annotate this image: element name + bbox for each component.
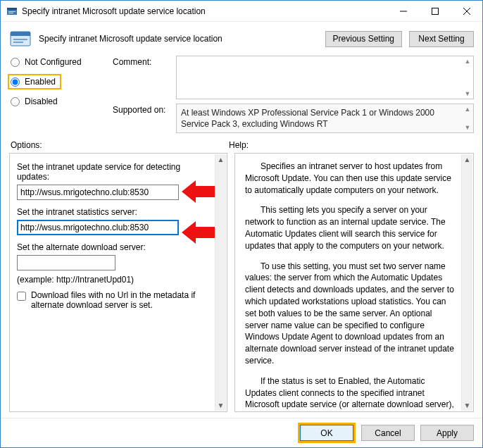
window-title: Specify intranet Microsoft update servic… [22, 6, 387, 16]
alt-server-label: Set the alternate download server: [17, 242, 211, 252]
previous-setting-button[interactable]: Previous Setting [325, 31, 402, 47]
supported-box: At least Windows XP Professional Service… [176, 104, 474, 133]
supported-label: Supported on: [113, 104, 169, 115]
header: Specify intranet Microsoft update servic… [1, 22, 482, 56]
options-scrollbar[interactable]: ▲▼ [215, 154, 226, 411]
radio-not-configured[interactable]: Not Configured [11, 57, 92, 67]
apply-button[interactable]: Apply [420, 425, 474, 441]
titlebar: Specify intranet Microsoft update servic… [1, 1, 482, 22]
download-no-url-checkbox-input[interactable] [17, 292, 26, 301]
stats-server-label: Set the intranet statistics server: [17, 207, 211, 217]
next-setting-button[interactable]: Next Setting [409, 31, 474, 47]
svg-rect-7 [13, 39, 27, 40]
enabled-highlight: Enabled [8, 74, 61, 89]
radio-not-configured-label: Not Configured [25, 57, 82, 67]
comment-input[interactable]: ▲▼ [176, 56, 474, 99]
radio-not-configured-input[interactable] [11, 58, 20, 67]
help-p1: Specifies an intranet server to host upd… [245, 161, 456, 196]
options-panel: Set the intranet update service for dete… [9, 153, 227, 412]
footer: OK Cancel Apply [1, 418, 482, 447]
help-p2: This setting lets you specify a server o… [245, 204, 456, 251]
maximize-button[interactable] [419, 1, 451, 22]
minimize-button[interactable] [387, 1, 419, 22]
cancel-button[interactable]: Cancel [361, 425, 415, 441]
comment-value [177, 56, 473, 62]
help-p3: To use this setting, you must set two se… [245, 261, 456, 367]
svg-rect-8 [13, 42, 23, 43]
supported-value: At least Windows XP Professional Service… [177, 104, 473, 132]
stats-server-input[interactable] [17, 220, 179, 235]
radio-enabled[interactable]: Enabled [11, 77, 56, 87]
update-service-label: Set the intranet update service for dete… [17, 162, 211, 182]
radio-disabled-label: Disabled [25, 97, 58, 106]
radio-disabled[interactable]: Disabled [11, 97, 92, 106]
close-button[interactable] [451, 1, 482, 22]
ok-button[interactable]: OK [300, 425, 353, 441]
radio-enabled-label: Enabled [25, 77, 56, 87]
ok-highlight: OK [298, 423, 356, 443]
svg-rect-3 [8, 13, 13, 13]
example-text: (example: http://IntranetUpd01) [17, 275, 211, 285]
policy-icon [9, 27, 32, 50]
comment-scrollbar[interactable]: ▲▼ [463, 58, 472, 97]
radio-disabled-input[interactable] [11, 97, 20, 106]
window-icon [6, 6, 18, 17]
policy-title: Specify intranet Microsoft update servic… [39, 34, 318, 44]
svg-rect-1 [7, 8, 17, 10]
alt-server-input[interactable] [17, 255, 115, 270]
help-scrollbar[interactable]: ▲▼ [461, 154, 472, 411]
help-p4: If the status is set to Enabled, the Aut… [245, 375, 456, 412]
options-label: Options: [11, 140, 229, 150]
update-service-input[interactable] [17, 185, 179, 200]
status-radios: Not Configured Enabled Disabled [11, 56, 92, 133]
help-label: Help: [229, 140, 249, 150]
radio-enabled-input[interactable] [11, 77, 20, 87]
config-area: Not Configured Enabled Disabled Comment:… [1, 56, 482, 133]
comment-label: Comment: [113, 56, 169, 67]
svg-rect-2 [8, 11, 15, 12]
download-no-url-checkbox[interactable]: Download files with no Url in the metada… [17, 290, 211, 310]
svg-rect-4 [432, 8, 438, 14]
supported-scrollbar[interactable]: ▲▼ [463, 106, 472, 131]
download-no-url-checkbox-label: Download files with no Url in the metada… [31, 290, 211, 310]
help-panel: Specifies an intranet server to host upd… [234, 153, 474, 412]
svg-rect-6 [11, 32, 30, 36]
